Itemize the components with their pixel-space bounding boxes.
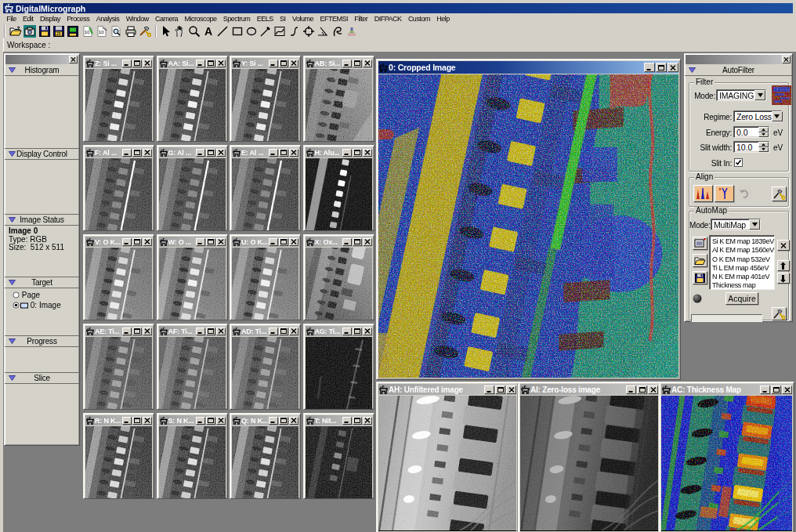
svg-text:23: 23 [56,31,61,36]
svg-text:A: A [204,25,212,38]
svg-text:10: 10 [99,30,104,34]
svg-text:10: 10 [85,30,90,34]
